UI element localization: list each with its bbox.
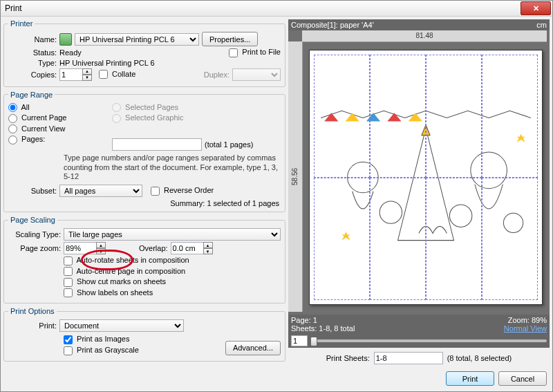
name-label: Name: <box>8 35 57 44</box>
print-sheets-label: Print Sheets: <box>326 354 370 362</box>
auto-rotate-checkbox[interactable]: Auto-rotate sheets in composition <box>64 256 189 265</box>
type-value: HP Universal Printing PCL 6 <box>59 59 155 67</box>
printer-icon <box>59 33 72 46</box>
tile-grid <box>314 55 538 300</box>
print-to-file-checkbox[interactable]: Print to File <box>229 48 281 57</box>
overlap-down[interactable]: ▼ <box>203 248 213 254</box>
preview-paper <box>309 50 543 305</box>
cut-marks-checkbox[interactable]: Show cut marks on sheets <box>64 277 166 287</box>
preview-page: Page: 1 <box>291 316 355 324</box>
dialog-buttons: Print Cancel <box>288 368 550 389</box>
print-options-group: Print Options Print: Document Print as I… <box>3 307 285 361</box>
preview-footer: Page: 1 Sheets: 1-8, 8 total Zoom: 89% N… <box>288 315 550 334</box>
overlap-spinner[interactable]: ▲▼ <box>171 242 213 254</box>
printer-group: Printer Name: HP Universal Printing PCL … <box>3 19 285 87</box>
scaling-type-label: Scaling Type: <box>8 230 61 239</box>
preview-title: Composite[1]: paper 'A4' <box>291 21 374 29</box>
zoom-down[interactable]: ▼ <box>96 248 106 254</box>
zoom-spinner[interactable]: ▲▼ <box>64 242 106 254</box>
range-legend: Page Range <box>8 91 55 99</box>
grayscale-checkbox[interactable]: Print as Grayscale <box>64 346 139 355</box>
ruler-vertical: 58.56 <box>288 41 303 312</box>
pages-input[interactable] <box>112 138 202 151</box>
auto-centre-checkbox[interactable]: Auto-centre page in composition <box>64 267 185 277</box>
selected-pages-radio: Selected Pages <box>112 103 178 113</box>
total-pages: (total 1 pages) <box>205 140 253 149</box>
duplex-select[interactable] <box>232 68 281 81</box>
properties-button[interactable]: Properties... <box>202 32 258 46</box>
slider-thumb[interactable] <box>310 337 317 346</box>
zoom-up[interactable]: ▲ <box>96 242 106 248</box>
print-dialog: Print ✕ Printer Name: HP Universal Print… <box>0 0 553 392</box>
range-pages-radio[interactable]: Pages: <box>8 135 45 144</box>
page-range-group: Page Range All Current Page Current View… <box>3 91 285 212</box>
print-sheets-row: Print Sheets: (8 total, 8 selected) <box>288 348 550 368</box>
zoom-slider[interactable] <box>310 339 547 342</box>
preview-unit: cm <box>536 21 547 29</box>
collate-checkbox[interactable]: Collate <box>99 70 135 80</box>
close-icon: ✕ <box>533 4 539 13</box>
copies-up[interactable]: ▲ <box>82 68 92 75</box>
labels-checkbox[interactable]: Show labels on sheets <box>64 288 153 298</box>
scaling-legend: Page Scaling <box>8 216 57 224</box>
status-value: Ready <box>59 48 226 57</box>
copies-spinner[interactable]: ▲▼ <box>59 68 92 81</box>
preview-header: Composite[1]: paper 'A4' cm <box>288 19 550 30</box>
type-label: Type: <box>8 59 57 67</box>
range-summary: Summary: 1 selected of 1 pages <box>8 199 279 207</box>
overlap-up[interactable]: ▲ <box>203 242 213 248</box>
cancel-button[interactable]: Cancel <box>498 371 547 386</box>
overlap-label: Overlap: <box>139 244 168 252</box>
close-button[interactable]: ✕ <box>521 1 551 15</box>
subset-label: Subset: <box>8 187 57 195</box>
pages-help: Type page numbers and/or page ranges sep… <box>64 153 281 182</box>
copies-down[interactable]: ▼ <box>82 75 92 81</box>
preview-area[interactable]: 81.48 58.56 <box>288 30 550 315</box>
printer-name-select[interactable]: HP Universal Printing PCL 6 <box>75 33 199 46</box>
preview-zoom: Zoom: 89% <box>504 316 547 324</box>
copies-input[interactable] <box>59 68 83 81</box>
range-current-view-radio[interactable]: Current View <box>8 124 65 134</box>
window-title: Print <box>5 3 521 13</box>
zoom-input[interactable] <box>64 242 97 254</box>
print-what-label: Print: <box>8 321 57 330</box>
range-all-radio[interactable]: All <box>8 103 30 113</box>
advanced-button[interactable]: Advanced... <box>225 341 281 355</box>
normal-view-link[interactable]: Normal View <box>504 324 547 333</box>
slider-value[interactable] <box>291 335 308 346</box>
printer-legend: Printer <box>8 19 35 28</box>
print-as-images-checkbox[interactable]: Print as Images <box>64 335 129 344</box>
zoom-slider-row <box>288 334 550 348</box>
options-legend: Print Options <box>8 307 57 315</box>
preview-sheets: Sheets: 1-8, 8 total <box>291 324 355 333</box>
selected-graphic-radio: Selected Graphic <box>112 113 183 123</box>
overlap-input[interactable] <box>171 242 204 254</box>
print-sheets-info: (8 total, 8 selected) <box>447 354 512 362</box>
reverse-order-checkbox[interactable]: Reverse Order <box>151 186 214 196</box>
subset-select[interactable]: All pages <box>59 185 142 197</box>
print-button[interactable]: Print <box>446 371 494 386</box>
ruler-horizontal: 81.48 <box>302 30 547 42</box>
duplex-label: Duplex: <box>204 71 229 79</box>
print-sheets-input[interactable] <box>374 352 443 364</box>
status-label: Status: <box>8 48 57 57</box>
page-scaling-group: Page Scaling Scaling Type: Tile large pa… <box>3 216 285 304</box>
copies-label: Copies: <box>8 71 57 79</box>
print-what-select[interactable]: Document <box>59 319 184 332</box>
titlebar: Print ✕ <box>1 1 552 17</box>
zoom-label: Page zoom: <box>8 244 61 252</box>
range-current-page-radio[interactable]: Current Page <box>8 113 67 123</box>
scaling-type-select[interactable]: Tile large pages <box>64 228 281 241</box>
